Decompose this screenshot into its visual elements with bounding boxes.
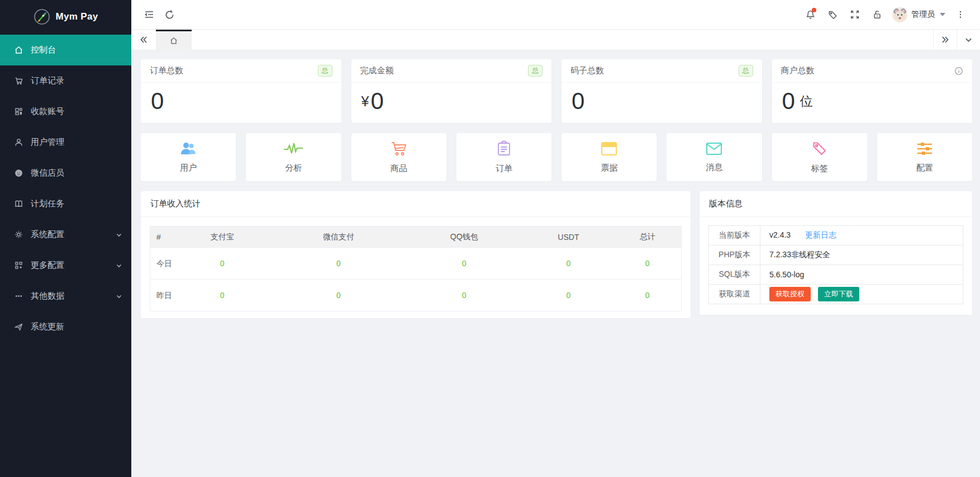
avatar: [892, 7, 907, 22]
more-options-icon[interactable]: [951, 5, 970, 24]
sql-version-value: 5.6.50-log: [760, 265, 963, 285]
cell-value: 0: [613, 280, 681, 311]
brand-logo: Mym Pay: [0, 0, 131, 34]
sidebar-item-label: 收款账号: [31, 106, 64, 117]
notification-dot: [812, 8, 816, 12]
shortcut-config[interactable]: 配置: [877, 133, 972, 181]
users-icon: [179, 141, 197, 159]
sidebar-item-accounts[interactable]: 收款账号: [0, 96, 131, 127]
stat-label: 订单总数: [150, 65, 183, 76]
shortcut-label: 标签: [811, 163, 828, 174]
shortcuts-row: 用户 分析 商品 订单: [141, 133, 972, 181]
shortcut-goods[interactable]: 商品: [351, 133, 446, 181]
stat-card-completed-amount: 完成金额 总 ¥ 0: [351, 59, 552, 123]
cell-value: 0: [613, 248, 681, 280]
stat-label: 完成金额: [360, 65, 394, 76]
ellipsis-icon: [14, 291, 23, 301]
column-header: QQ钱包: [405, 226, 524, 248]
sidebar-item-more-config[interactable]: 更多配置: [0, 250, 131, 281]
column-header: #: [150, 226, 173, 248]
shortcut-bills[interactable]: 票据: [562, 133, 656, 181]
sidebar: Mym Pay 控制台 订单记录 收款账号 用户管理: [0, 0, 131, 477]
shortcut-label: 配置: [916, 163, 933, 173]
shortcut-tags[interactable]: 标签: [772, 133, 867, 181]
stat-cards-row: 订单总数 总 0 完成金额 总 ¥ 0 码子总数 总: [141, 59, 972, 123]
gear-icon: [14, 230, 23, 239]
cell-value: 0: [272, 280, 405, 311]
income-table-header-row: # 支付宝 微信支付 QQ钱包 USDT 总计: [150, 226, 682, 248]
sidebar-item-users[interactable]: 用户管理: [0, 127, 131, 158]
collapse-sidebar-icon[interactable]: [139, 4, 159, 25]
sidebar-item-label: 控制台: [31, 45, 56, 55]
sidebar-item-orders[interactable]: 订单记录: [0, 65, 131, 96]
stat-card-code-total: 码子总数 总 0: [562, 59, 762, 123]
version-row-current: 当前版本 v2.4.3 更新日志: [709, 226, 963, 245]
sidebar-item-system-config[interactable]: 系统配置: [0, 219, 131, 250]
version-row-channel: 获取渠道 获取授权 立即下载: [709, 285, 963, 304]
tag-icon[interactable]: [823, 5, 842, 24]
sidebar-item-system-update[interactable]: 系统更新: [0, 311, 131, 342]
row-name: 今日: [150, 248, 173, 280]
brand-name: Mym Pay: [56, 11, 98, 22]
tabs-scroll-left-button[interactable]: [131, 30, 156, 50]
order-icon: [496, 140, 512, 159]
tab-bar: [131, 29, 980, 50]
cell-value: 0: [405, 248, 524, 280]
cell-value: 0: [523, 280, 613, 311]
php-version-value: 7.2.33非线程安全: [760, 245, 963, 265]
current-version-value: v2.4.3: [769, 230, 791, 239]
column-header: 总计: [613, 226, 681, 248]
chevron-down-icon: [116, 232, 122, 238]
tabs-menu-button[interactable]: [957, 30, 980, 50]
shortcut-label: 订单: [496, 163, 512, 174]
sidebar-item-wechat-staff[interactable]: 微信店员: [0, 158, 131, 188]
sidebar-item-other-data[interactable]: 其他数据: [0, 281, 131, 311]
home-icon: [14, 45, 23, 55]
stat-card-merchant-total: 商户总数 0 位: [772, 59, 973, 123]
download-now-button[interactable]: 立即下载: [818, 287, 859, 301]
grid-icon: [14, 261, 23, 270]
shortcut-messages[interactable]: 消息: [667, 133, 762, 181]
sidebar-item-label: 其他数据: [31, 291, 64, 301]
version-row-label: 当前版本: [709, 226, 760, 245]
version-row-label: 获取渠道: [709, 285, 760, 304]
user-icon: [14, 138, 23, 147]
cell-value: 0: [272, 248, 405, 280]
user-menu[interactable]: 管理员: [890, 7, 948, 22]
column-header: USDT: [523, 226, 613, 248]
cell-value: 0: [173, 280, 272, 311]
version-panel-title: 版本信息: [700, 191, 972, 217]
book-icon: [14, 199, 23, 209]
shortcut-analytics[interactable]: 分析: [246, 133, 341, 181]
ticket-icon: [600, 141, 618, 159]
changelog-link[interactable]: 更新日志: [805, 230, 836, 239]
tabs-scroll-right-button[interactable]: [933, 30, 957, 50]
tag-icon: [811, 140, 828, 159]
rocket-logo-icon: [34, 8, 50, 25]
info-icon[interactable]: [954, 67, 963, 75]
sidebar-item-console[interactable]: 控制台: [0, 35, 131, 65]
stat-card-order-total: 订单总数 总 0: [141, 59, 341, 123]
stat-label: 商户总数: [781, 65, 815, 76]
income-panel-title: 订单收入统计: [141, 191, 691, 217]
notifications-bell-icon[interactable]: [801, 5, 820, 24]
sidebar-item-label: 系统配置: [31, 229, 64, 240]
stat-value: 0: [151, 89, 164, 113]
sidebar-item-label: 系统更新: [31, 322, 64, 332]
tab-home[interactable]: [156, 30, 192, 50]
wechat-staff-icon: [14, 168, 23, 178]
stat-value: 0: [782, 89, 795, 113]
shortcut-users[interactable]: 用户: [141, 133, 236, 181]
fullscreen-icon[interactable]: [845, 5, 864, 24]
get-authorization-button[interactable]: 获取授权: [769, 287, 811, 301]
refresh-icon[interactable]: [159, 4, 179, 25]
income-statistics-panel: 订单收入统计 # 支付宝 微信支付 QQ钱包 USDT 总计: [141, 191, 691, 318]
shortcut-label: 商品: [391, 163, 407, 174]
total-badge: 总: [318, 65, 332, 76]
shortcut-label: 用户: [180, 163, 197, 173]
version-info-panel: 版本信息 当前版本 v2.4.3 更新日志 PHP版本 7.2.33非线程: [700, 191, 972, 315]
sidebar-item-tasks[interactable]: 计划任务: [0, 188, 131, 219]
shortcut-orders[interactable]: 订单: [456, 133, 551, 181]
lock-icon[interactable]: [868, 5, 887, 24]
unit-suffix: 位: [800, 95, 813, 108]
